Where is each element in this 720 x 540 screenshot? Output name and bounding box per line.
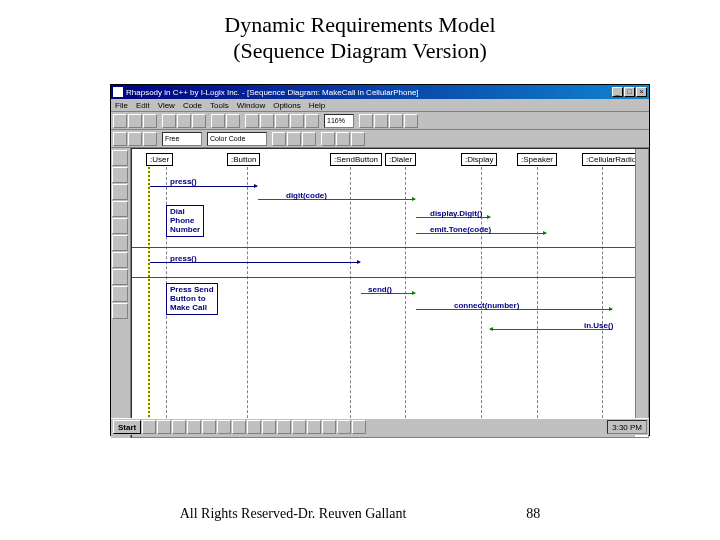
close-button[interactable]: × bbox=[636, 87, 647, 97]
task-10[interactable] bbox=[277, 420, 291, 434]
tb-b[interactable] bbox=[260, 114, 274, 128]
tb-e[interactable] bbox=[305, 114, 319, 128]
lifeline bbox=[405, 167, 406, 433]
tp-message[interactable] bbox=[112, 184, 128, 200]
message-arrow[interactable] bbox=[258, 199, 415, 200]
combo-mode[interactable]: Free bbox=[162, 132, 202, 146]
tp-text[interactable] bbox=[112, 303, 128, 319]
tp-pointer[interactable] bbox=[112, 150, 128, 166]
menubar: File Edit View Code Tools Window Options… bbox=[111, 99, 649, 112]
slide-title: Dynamic Requirements Model (Sequence Dia… bbox=[0, 0, 720, 64]
toolbar-1: 116% bbox=[111, 112, 649, 130]
note-box[interactable]: Press SendButton toMake Call bbox=[166, 283, 218, 315]
task-3[interactable] bbox=[172, 420, 186, 434]
lifeline bbox=[602, 167, 603, 433]
tb2-h[interactable] bbox=[336, 132, 350, 146]
tb2-b[interactable] bbox=[128, 132, 142, 146]
tb-c[interactable] bbox=[275, 114, 289, 128]
lifeline-header[interactable]: :SendButton bbox=[330, 153, 382, 166]
lifeline bbox=[350, 167, 351, 433]
menu-help[interactable]: Help bbox=[309, 101, 325, 110]
tp-state[interactable] bbox=[112, 235, 128, 251]
menu-window[interactable]: Window bbox=[237, 101, 265, 110]
task-2[interactable] bbox=[157, 420, 171, 434]
tp-return[interactable] bbox=[112, 201, 128, 217]
note-box[interactable]: DialPhoneNumber bbox=[166, 205, 204, 237]
workspace: :User:Button:SendButton:Dialer:Display:S… bbox=[111, 148, 649, 438]
tb-h[interactable] bbox=[389, 114, 403, 128]
lifeline-header[interactable]: :Button bbox=[227, 153, 260, 166]
menu-file[interactable]: File bbox=[115, 101, 128, 110]
task-7[interactable] bbox=[232, 420, 246, 434]
menu-tools[interactable]: Tools bbox=[210, 101, 229, 110]
message-arrow[interactable] bbox=[150, 186, 257, 187]
lifeline bbox=[481, 167, 482, 433]
tp-note[interactable] bbox=[112, 218, 128, 234]
tp-cond[interactable] bbox=[112, 252, 128, 268]
tb2-g[interactable] bbox=[321, 132, 335, 146]
task-5[interactable] bbox=[202, 420, 216, 434]
tb-combo-size[interactable]: 116% bbox=[324, 114, 354, 128]
tb2-a[interactable] bbox=[113, 132, 127, 146]
message-label: digit(code) bbox=[286, 191, 327, 200]
tb-save[interactable] bbox=[143, 114, 157, 128]
lifeline-header[interactable]: :CellularRadio bbox=[582, 153, 640, 166]
separator-line bbox=[132, 247, 648, 248]
tb-d[interactable] bbox=[290, 114, 304, 128]
menu-options[interactable]: Options bbox=[273, 101, 301, 110]
task-6[interactable] bbox=[217, 420, 231, 434]
task-11[interactable] bbox=[292, 420, 306, 434]
tb-copy[interactable] bbox=[177, 114, 191, 128]
tb-a[interactable] bbox=[245, 114, 259, 128]
menu-edit[interactable]: Edit bbox=[136, 101, 150, 110]
tb-paste[interactable] bbox=[192, 114, 206, 128]
task-9[interactable] bbox=[262, 420, 276, 434]
tb-new[interactable] bbox=[113, 114, 127, 128]
actor-lifeline bbox=[148, 153, 150, 433]
tb2-f[interactable] bbox=[302, 132, 316, 146]
tb2-d[interactable] bbox=[272, 132, 286, 146]
minimize-button[interactable]: _ bbox=[612, 87, 623, 97]
lifeline-header[interactable]: :User bbox=[146, 153, 173, 166]
tb-i[interactable] bbox=[404, 114, 418, 128]
task-15[interactable] bbox=[352, 420, 366, 434]
scrollbar-vertical[interactable] bbox=[635, 149, 648, 423]
tp-anchor[interactable] bbox=[112, 286, 128, 302]
tb-redo[interactable] bbox=[226, 114, 240, 128]
task-8[interactable] bbox=[247, 420, 261, 434]
sequence-canvas[interactable]: :User:Button:SendButton:Dialer:Display:S… bbox=[131, 148, 649, 438]
lifeline bbox=[247, 167, 248, 433]
start-button[interactable]: Start bbox=[113, 420, 141, 434]
lifeline-header[interactable]: :Display bbox=[461, 153, 497, 166]
lifeline-header[interactable]: :Dialer bbox=[385, 153, 416, 166]
message-label: display.Digit() bbox=[430, 209, 482, 218]
app-window: Rhapsody in C++ by I-Logix Inc. - [Seque… bbox=[110, 84, 650, 436]
slide-footer: All Rights Reserved-Dr. Reuven Gallant 8… bbox=[0, 506, 720, 522]
app-icon bbox=[113, 87, 123, 97]
task-13[interactable] bbox=[322, 420, 336, 434]
tp-timer[interactable] bbox=[112, 269, 128, 285]
tb-undo[interactable] bbox=[211, 114, 225, 128]
maximize-button[interactable]: □ bbox=[624, 87, 635, 97]
tb-open[interactable] bbox=[128, 114, 142, 128]
task-14[interactable] bbox=[337, 420, 351, 434]
tb2-e[interactable] bbox=[287, 132, 301, 146]
tb-f[interactable] bbox=[359, 114, 373, 128]
task-4[interactable] bbox=[187, 420, 201, 434]
footer-text: All Rights Reserved-Dr. Reuven Gallant bbox=[180, 506, 407, 522]
tb2-c[interactable] bbox=[143, 132, 157, 146]
menu-view[interactable]: View bbox=[158, 101, 175, 110]
lifeline-header[interactable]: :Speaker bbox=[517, 153, 557, 166]
tp-lifeline[interactable] bbox=[112, 167, 128, 183]
task-12[interactable] bbox=[307, 420, 321, 434]
toolbar-2: Free Color Code bbox=[111, 130, 649, 148]
tb-cut[interactable] bbox=[162, 114, 176, 128]
message-label: emit.Tone(code) bbox=[430, 225, 491, 234]
taskbar: Start 3:30 PM bbox=[111, 418, 649, 435]
page-number: 88 bbox=[526, 506, 540, 522]
combo-color[interactable]: Color Code bbox=[207, 132, 267, 146]
task-1[interactable] bbox=[142, 420, 156, 434]
tb-g[interactable] bbox=[374, 114, 388, 128]
tb2-i[interactable] bbox=[351, 132, 365, 146]
menu-code[interactable]: Code bbox=[183, 101, 202, 110]
